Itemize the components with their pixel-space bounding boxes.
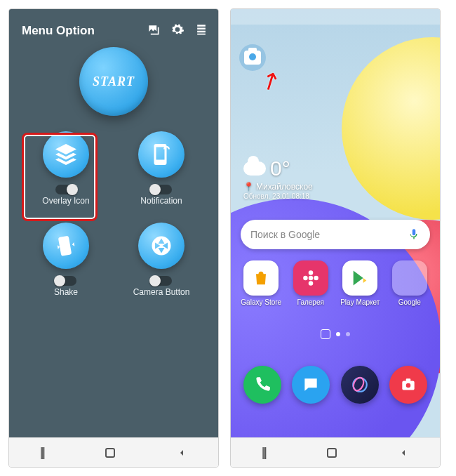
dock — [231, 366, 440, 404]
page-dot[interactable] — [346, 332, 350, 336]
option-notification[interactable]: Notification — [116, 131, 207, 206]
option-label: Shake — [54, 287, 78, 297]
svg-point-1 — [309, 270, 314, 275]
dock-camera[interactable] — [389, 366, 427, 404]
camera-icon — [244, 51, 261, 65]
app-play-market[interactable]: Play Маркет — [338, 260, 382, 306]
nav-home[interactable] — [327, 448, 337, 458]
option-label: Overlay Icon — [42, 196, 89, 206]
overlay-toggle[interactable] — [55, 185, 76, 194]
status-bar — [231, 9, 440, 25]
svg-point-3 — [303, 276, 308, 281]
list-icon[interactable] — [194, 22, 208, 39]
app-label: Google — [398, 298, 421, 306]
options-grid: Overlay Icon Notification Shake — [16, 131, 211, 297]
option-label: Camera Button — [133, 287, 190, 297]
app-gallery[interactable]: Галерея — [289, 260, 333, 306]
overlay-camera-icon[interactable] — [239, 44, 266, 71]
option-camera-button[interactable]: Camera Button — [116, 223, 207, 297]
bag-icon — [243, 260, 279, 296]
nav-back[interactable] — [398, 447, 409, 458]
app-title: Menu Option — [16, 24, 95, 38]
app-screen: Menu Option START Overlay Ico — [9, 9, 218, 437]
app-label: Galaxy Store — [241, 298, 281, 306]
location-text: Михайловское — [256, 182, 313, 192]
home-screen: ↗ 0° 📍 Михайловское Обновл. 23.01 08:18 … — [231, 9, 440, 437]
svg-point-7 — [313, 382, 315, 384]
svg-point-6 — [310, 382, 312, 384]
google-search-bar[interactable]: Поиск в Google — [241, 220, 430, 249]
header-actions — [147, 22, 211, 39]
weather-widget[interactable]: 0° 📍 Михайловское Обновл. 23.01 08:18 — [243, 157, 313, 200]
pin-icon: 📍 — [243, 182, 254, 192]
app-row: Galaxy Store Галерея Play Маркет Google — [231, 260, 440, 306]
nav-bar: ||| — [9, 437, 218, 467]
svg-point-2 — [309, 281, 314, 286]
weather-temp-row: 0° — [243, 157, 313, 180]
svg-rect-12 — [406, 378, 411, 381]
dock-phone[interactable] — [243, 366, 281, 404]
svg-point-0 — [309, 276, 314, 281]
flower-icon — [293, 260, 328, 296]
dock-messages[interactable] — [292, 366, 330, 404]
shake-toggle[interactable] — [55, 276, 76, 286]
gallery-icon[interactable] — [147, 22, 161, 39]
phone-left: Menu Option START Overlay Ico — [8, 8, 219, 468]
layers-icon — [43, 131, 89, 178]
app-header: Menu Option — [16, 19, 211, 43]
app-google-folder[interactable]: Google — [388, 260, 431, 306]
app-label: Play Маркет — [340, 298, 380, 306]
search-placeholder: Поиск в Google — [250, 229, 320, 240]
weather-temp: 0° — [270, 157, 290, 180]
option-shake[interactable]: Shake — [20, 223, 112, 297]
start-button[interactable]: START — [79, 47, 148, 116]
app-label: Галерея — [297, 298, 324, 306]
wallpaper-shape — [342, 37, 440, 220]
weather-updated: Обновл. 23.01 08:18 — [243, 192, 313, 200]
phone-right: ↗ 0° 📍 Михайловское Обновл. 23.01 08:18 … — [230, 8, 441, 468]
option-label: Notification — [140, 196, 182, 206]
svg-point-11 — [406, 383, 411, 388]
nav-home[interactable] — [105, 448, 115, 458]
mic-icon[interactable] — [408, 227, 420, 242]
weather-location: 📍 Михайловское — [243, 182, 313, 192]
app-galaxy-store[interactable]: Galaxy Store — [239, 260, 283, 306]
nav-recent[interactable]: ||| — [40, 445, 43, 460]
nav-recent[interactable]: ||| — [262, 445, 265, 460]
option-overlay-icon[interactable]: Overlay Icon — [20, 131, 112, 206]
camera-toggle[interactable] — [151, 276, 172, 286]
play-icon — [342, 260, 377, 296]
page-dot[interactable] — [336, 332, 340, 336]
notification-toggle[interactable] — [151, 185, 172, 194]
settings-icon[interactable] — [170, 22, 185, 39]
shake-icon — [43, 223, 89, 269]
nav-bar: ||| — [231, 437, 440, 467]
folder-icon — [392, 260, 427, 296]
home-page-icon[interactable] — [321, 329, 330, 339]
svg-point-4 — [314, 276, 318, 281]
page-indicator — [231, 332, 440, 339]
phone-notify-icon — [138, 131, 185, 178]
aperture-icon — [138, 223, 185, 269]
svg-point-5 — [307, 382, 309, 384]
nav-back[interactable] — [176, 447, 187, 458]
dock-internet[interactable] — [341, 366, 379, 404]
cloud-icon — [243, 161, 266, 176]
